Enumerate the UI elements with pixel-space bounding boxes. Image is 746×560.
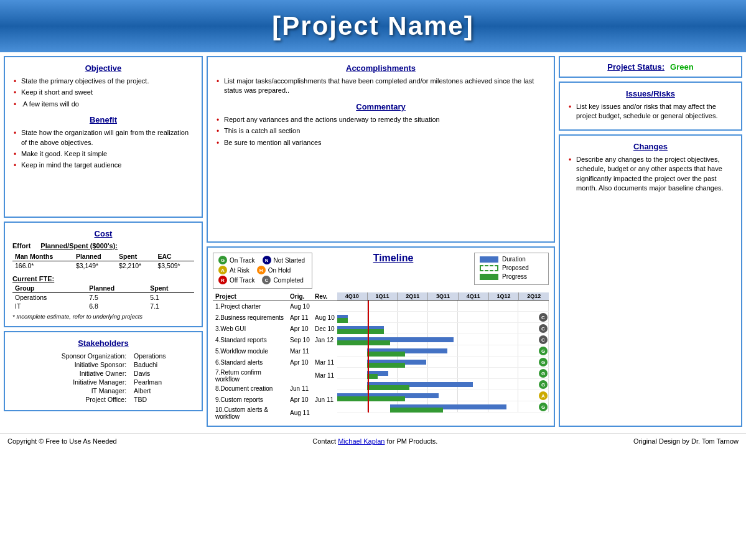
table-row: 166.0* $3,149* $2,210* $3,509* (12, 261, 194, 271)
gantt-header-cell: 1Q12 (489, 292, 520, 300)
table-row: IT 6.8 7.1 (12, 302, 194, 310)
list-item: This is a catch all section (215, 126, 546, 136)
main-content: Objective State the primary objectives o… (0, 52, 746, 431)
col-header: Group (12, 284, 86, 293)
table-row: Operations 7.5 5.1 (12, 293, 194, 302)
cell-value: 4.Standard reports (213, 335, 287, 346)
cell-value: Pearlman (130, 378, 194, 386)
benefit-title: Benefit (12, 115, 194, 124)
contact-text: Contact Michael Kaplan for PM Products. (312, 437, 437, 445)
cell-value: $2,210* (116, 261, 156, 271)
cell-value: Baduchi (130, 360, 194, 369)
progress-bar (367, 385, 409, 390)
cell-value: Jun 11 (287, 383, 312, 394)
cell-value (312, 406, 337, 421)
legend-row: G On Track N Not Started (218, 256, 307, 264)
table-row: 5.Workflow module Mar 11 (213, 346, 337, 357)
copyright-text: Copyright © Free to Use As Needed (7, 437, 117, 445)
cell-value: 166.0* (12, 261, 73, 271)
changes-list: Describe any changes to the project obje… (567, 155, 734, 194)
objective-benefit-card: Objective State the primary objectives o… (4, 56, 203, 218)
gantt-row: C (337, 334, 549, 345)
cell-value: 6.Standard alerts (213, 357, 287, 368)
list-item: Keep in mind the target audience (12, 161, 194, 170)
cell-value: 5.Workflow module (213, 346, 287, 357)
timeline-title: Timeline (317, 253, 469, 264)
progress-bar (367, 363, 405, 368)
table-row: 3.Web GUI Apr 10 Dec 10 (213, 324, 337, 335)
table-row: Initiative Owner: Davis (12, 369, 194, 378)
planned-spent-label: Planned/Spent ($000's): (40, 242, 118, 250)
gantt-chart: 4Q10 1Q11 2Q11 3Q11 4Q11 1Q12 2Q12 CCCGG… (337, 292, 549, 421)
status-circle: G (539, 358, 548, 366)
contact-link[interactable]: Michael Kaplan (338, 437, 385, 445)
project-status-label: Project Status: (607, 62, 664, 72)
table-row: Man Months Planned Spent EAC (12, 252, 194, 261)
table-row: Project Office: TBD (12, 395, 194, 404)
gantt-row: C (337, 312, 549, 323)
contact-prefix: Contact (312, 437, 338, 445)
cell-value: Aug 10 (287, 301, 312, 312)
col-header: Planned (73, 252, 116, 261)
cell-value: 7.Return confirm workflow (213, 368, 287, 383)
table-row: Initiative Manager: Pearlman (12, 378, 194, 386)
gantt-header-cell: 2Q12 (519, 292, 549, 300)
legend-label: Duration (502, 256, 526, 263)
table-row: Sponsor Organization: Operations (12, 352, 194, 360)
table-row: IT Manager: Albert (12, 386, 194, 395)
cell-value: Apr 10 (287, 394, 312, 406)
legend-label: On Track (230, 257, 255, 264)
cell-value (312, 383, 337, 394)
cell-label: Initiative Sponsor: (12, 360, 130, 369)
fte-label: Current FTE: (12, 275, 194, 282)
project-status-value: Green (670, 62, 694, 72)
legend-row: Duration (480, 256, 543, 263)
commentary-title: Commentary (215, 102, 546, 111)
page-title: [Project Name] (0, 11, 746, 41)
duration-bar-sample (480, 256, 498, 263)
bar-legend: Duration Proposed Progress (474, 253, 549, 285)
cell-value: 7.1 (147, 302, 194, 310)
legend-row: Progress (480, 273, 543, 280)
cell-value: $3,509* (155, 261, 194, 271)
cell-value: 10.Custom alerts & workflow (213, 406, 287, 421)
legend-label: At Risk (230, 267, 249, 274)
timeline-labels: Project Orig. Rev. 1.Project charter Aug… (213, 292, 337, 421)
cost-note: * Incomplete estimate, refer to underlyi… (12, 313, 194, 320)
completed-icon: C (262, 276, 271, 284)
cost-title: Cost (12, 229, 194, 238)
list-item: Describe any changes to the project obje… (567, 155, 734, 194)
changes-card: Changes Describe any changes to the proj… (559, 134, 742, 427)
table-row: 1.Project charter Aug 10 (213, 301, 337, 312)
timeline-table-area: Project Orig. Rev. 1.Project charter Aug… (213, 292, 549, 421)
cell-value: 6.8 (86, 302, 147, 310)
cell-value: Jun 11 (312, 394, 337, 406)
cell-value: Aug 11 (287, 406, 312, 421)
today-line (368, 301, 369, 413)
status-circle: G (539, 347, 548, 355)
credit-text: Original Design by Dr. Tom Tarnow (633, 437, 739, 445)
cost-table: Man Months Planned Spent EAC 166.0* $3,1… (12, 252, 194, 270)
footer: Copyright © Free to Use As Needed Contac… (0, 433, 746, 449)
cell-label: Initiative Manager: (12, 378, 130, 386)
table-row: 2.Business requirements Apr 11 Aug 10 (213, 312, 337, 324)
gantt-header: 4Q10 1Q11 2Q11 3Q11 4Q11 1Q12 2Q12 (337, 292, 549, 301)
cell-value: Mar 11 (312, 357, 337, 368)
status-circle: G (539, 369, 548, 378)
accomplishments-list: List major tasks/accomplishments that ha… (215, 77, 546, 96)
table-row: 4.Standard reports Sep 10 Jan 12 (213, 335, 337, 346)
fte-section: Current FTE: Group Planned Spent Operati… (12, 275, 194, 320)
cell-value: Mar 11 (312, 368, 337, 383)
effort-label: Effort (12, 242, 30, 250)
legend-label: Proposed (502, 264, 529, 271)
status-circle: G (539, 403, 548, 411)
status-legend: G On Track N Not Started A At Risk H On … (213, 253, 312, 289)
cell-value: IT (12, 302, 86, 310)
cell-value: 8.Document creation (213, 383, 287, 394)
status-circle: G (539, 380, 548, 389)
table-row: Initiative Sponsor: Baduchi (12, 360, 194, 369)
cell-label: Project Office: (12, 395, 130, 404)
accomplishments-title: Accomplishments (215, 63, 546, 73)
cell-value: 9.Custom reports (213, 394, 287, 406)
cell-value: $3,149* (73, 261, 116, 271)
